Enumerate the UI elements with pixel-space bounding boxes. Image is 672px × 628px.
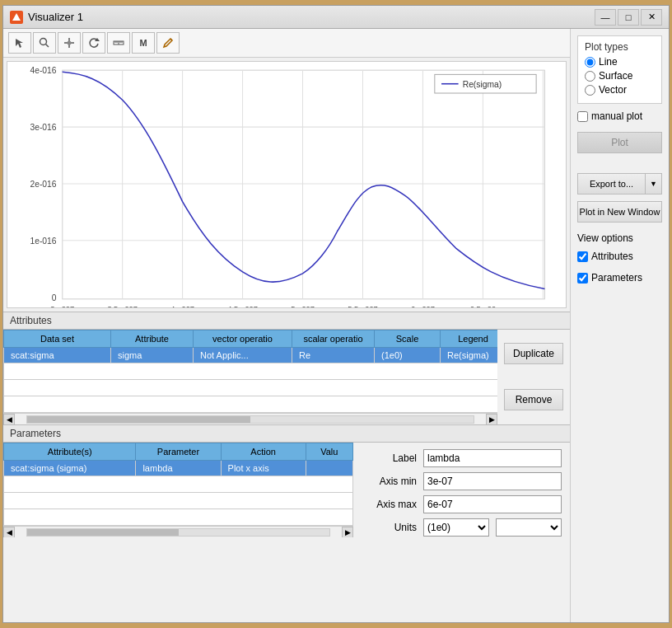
marker-tool-button[interactable]: M [132,32,155,54]
attributes-side-buttons: Duplicate Remove [497,330,570,424]
svg-text:3e-016: 3e-016 [30,123,57,132]
remove-button[interactable]: Remove [504,389,563,410]
params-scrollbar-track[interactable] [26,528,330,537]
radio-surface[interactable] [585,71,595,82]
export-button[interactable]: Export to... [577,173,646,194]
pcol-value: Valu [306,443,352,461]
content-area: M [3,29,669,622]
plot-types-group: Plot types Line Surface Vector [577,35,662,104]
plot-button[interactable]: Plot [577,132,662,153]
cell-legend: Re(sigma) [441,348,498,363]
radio-surface-label: Surface [599,70,632,82]
new-window-button[interactable]: Plot in New Window [577,201,662,223]
svg-rect-12 [63,70,545,298]
attributes-header: Attributes [3,312,570,330]
radio-vector[interactable] [585,85,595,96]
attributes-table-wrapper[interactable]: Data set Attribute vector operatio scala… [3,330,497,424]
table-row[interactable]: scat:sigma sigma Not Applic... Re (1e0) … [4,348,498,363]
cell-dataset: scat:sigma [4,348,111,363]
duplicate-button[interactable]: Duplicate [504,343,563,364]
export-button-group: Export to... ▼ [577,173,662,194]
col-vector-op: vector operatio [194,330,292,348]
label-row: Label [363,449,562,467]
main-window: Visualizer 1 — □ ✕ [2,5,670,623]
pcell-attribute: scat:sigma (sigma) [4,461,136,476]
parameters-checkbox[interactable] [577,273,588,284]
svg-text:2e-016: 2e-016 [30,180,57,189]
radio-line[interactable] [585,57,595,68]
zoom-tool-button[interactable] [33,32,56,54]
svg-text:Re(sigma): Re(sigma) [463,80,502,89]
svg-text:6e-007: 6e-007 [411,305,435,307]
attributes-scrollbar[interactable]: ◀ ▶ [3,413,497,424]
parameters-section: Parameters Attribute(s) Parameter Action [3,424,570,548]
select-tool-button[interactable] [8,32,31,54]
units-label: Units [363,522,417,533]
rotate-tool-button[interactable] [82,32,105,54]
svg-text:6.5e-00: 6.5e-00 [470,305,496,307]
params-scrollbar[interactable]: ◀ ▶ [3,526,353,537]
radio-line-label: Line [599,56,618,68]
radio-vector-row: Vector [585,84,655,96]
label-input[interactable] [423,449,562,467]
cell-scalar-op: Re [292,348,375,363]
params-scrollbar-thumb[interactable] [27,529,179,536]
axis-min-input[interactable] [423,472,562,490]
parameters-checkbox-row: Parameters [577,272,662,284]
svg-point-1 [40,39,47,45]
window-title: Visualizer 1 [28,11,83,23]
attributes-table: Data set Attribute vector operatio scala… [3,330,497,413]
col-scale: Scale [375,330,441,348]
params-form-area: Label Axis min Axis max Units [353,443,570,548]
plot-types-label: Plot types [585,41,655,53]
scroll-left[interactable]: ◀ [3,414,15,425]
close-button[interactable]: ✕ [641,9,662,26]
axis-min-row: Axis min [363,472,562,490]
cell-vector-op: Not Applic... [194,348,292,363]
params-table-area: Attribute(s) Parameter Action Valu scat:… [3,443,353,548]
params-table-wrapper[interactable]: Attribute(s) Parameter Action Valu scat:… [3,443,353,537]
params-row[interactable]: scat:sigma (sigma) lambda Plot x axis [4,461,353,476]
window-controls: — □ ✕ [595,9,662,26]
svg-line-2 [46,45,49,48]
svg-text:0: 0 [52,293,57,302]
axis-max-label: Axis max [363,499,417,510]
axis-max-row: Axis max [363,495,562,513]
scrollbar-track[interactable] [26,415,474,424]
svg-line-11 [170,39,172,40]
plot-svg: 4e-016 3e-016 2e-016 1e-016 0 3e-007 3.5… [7,62,566,307]
axis-max-input[interactable] [423,495,562,513]
svg-text:4e-007: 4e-007 [170,305,194,307]
svg-text:3e-007: 3e-007 [50,305,74,307]
bottom-section: Attribute(s) Parameter Action Valu scat:… [3,443,570,548]
ruler-tool-button[interactable] [107,32,130,54]
minimize-button[interactable]: — [595,9,616,26]
scrollbar-thumb[interactable] [27,416,250,423]
params-scroll-right[interactable]: ▶ [342,527,353,538]
radio-line-row: Line [585,56,655,68]
export-dropdown-button[interactable]: ▼ [646,173,662,194]
params-scroll-left[interactable]: ◀ [3,527,15,538]
app-icon [10,11,23,24]
scroll-right[interactable]: ▶ [486,414,497,425]
params-row-empty3 [4,509,353,526]
maximize-button[interactable]: □ [618,9,639,26]
attributes-checkbox[interactable] [577,251,588,262]
params-row-empty1 [4,476,353,493]
pan-tool-button[interactable] [58,32,81,54]
params-row-empty2 [4,493,353,509]
svg-marker-0 [12,13,21,21]
pen-tool-button[interactable] [156,32,180,54]
attributes-checkbox-label: Attributes [591,251,633,262]
units-select2[interactable] [496,518,562,537]
units-row: Units (1e0) [363,518,562,537]
manual-plot-checkbox[interactable] [577,111,588,122]
svg-text:1e-016: 1e-016 [30,237,57,246]
table-row-empty1 [4,363,498,380]
table-row-empty3 [4,396,498,413]
units-select1[interactable]: (1e0) [423,518,489,537]
col-attribute: Attribute [111,330,194,348]
attributes-section: Attributes Data set Attribute vector ope… [3,312,570,424]
parameters-header: Parameters [3,424,570,443]
main-panel: M [3,29,570,622]
